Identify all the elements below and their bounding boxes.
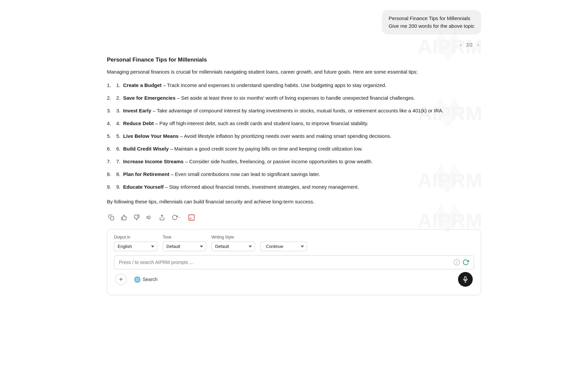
tip-body: – Pay off high-interest debt, such as cr… xyxy=(155,120,368,126)
tip-body: – Consider side hustles, freelancing, or… xyxy=(185,159,373,164)
tip-text: Build Credit Wisely – Maintain a good cr… xyxy=(123,145,363,153)
control-panel: Output in English Tone Default Writing S… xyxy=(107,229,481,295)
tip-number: 8. xyxy=(116,170,121,178)
writing-style-select[interactable]: Default xyxy=(211,242,255,251)
tips-list: 1. Create a Budget – Track income and ex… xyxy=(107,81,481,191)
speaker-button[interactable] xyxy=(145,213,154,222)
user-message-line2: Give me 200 words for the above topic xyxy=(389,23,474,29)
continue-group: Continue xyxy=(260,235,307,251)
tip-item-2: 2. Save for Emergencies – Set aside at l… xyxy=(107,94,481,102)
refresh-green-button[interactable] xyxy=(462,259,469,266)
tip-number: 9. xyxy=(116,183,121,191)
search-button[interactable]: 🌐 Search xyxy=(131,274,161,285)
search-row: i xyxy=(114,255,474,269)
tip-item-7: 7. Increase Income Streams – Consider si… xyxy=(107,158,481,166)
tip-title: Educate Yourself xyxy=(123,184,164,190)
tip-body: – Stay informed about financial trends, … xyxy=(165,184,359,190)
article-conclusion: By following these tips, millennials can… xyxy=(107,198,481,206)
tip-text: Create a Budget – Track income and expen… xyxy=(123,81,387,89)
tone-select[interactable]: Default xyxy=(163,242,206,251)
tip-body: – Maintain a good credit score by paying… xyxy=(170,146,362,152)
tip-text: Increase Income Streams – Consider side … xyxy=(123,158,373,166)
tip-item-9: 9. Educate Yourself – Stay informed abou… xyxy=(107,183,481,191)
tip-body: – Take advantage of compound interest by… xyxy=(153,108,444,113)
share-button[interactable] xyxy=(158,213,166,222)
refresh-button[interactable] xyxy=(170,213,182,222)
tip-number: 4. xyxy=(116,119,121,127)
globe-icon: 🌐 xyxy=(134,276,141,283)
tip-text: Live Below Your Means – Avoid lifestyle … xyxy=(123,132,392,140)
tip-item-6: 6. Build Credit Wisely – Maintain a good… xyxy=(107,145,481,153)
svg-marker-5 xyxy=(147,216,149,219)
tip-body: – Track income and expenses to understan… xyxy=(163,82,387,88)
pagination-current: 2/2 xyxy=(466,42,472,48)
bottom-bar: + 🌐 Search xyxy=(114,269,474,289)
svg-rect-9 xyxy=(465,277,466,280)
tip-item-4: 4. Reduce Debt – Pay off high-interest d… xyxy=(107,119,481,127)
tip-title: Plan for Retirement xyxy=(123,171,169,177)
pagination-next-btn[interactable]: › xyxy=(475,41,481,49)
user-message-line1: Personal Finance Tips for Millennials xyxy=(389,15,470,21)
tip-text: Plan for Retirement – Even small contrib… xyxy=(123,170,320,178)
output-select[interactable]: English xyxy=(114,242,157,251)
output-label: Output in xyxy=(114,235,157,240)
tip-title: Live Below Your Means xyxy=(123,133,179,139)
tip-text: Invest Early – Take advantage of compoun… xyxy=(123,107,444,115)
tip-text: Educate Yourself – Stay informed about f… xyxy=(123,183,359,191)
user-message-bubble: Personal Finance Tips for Millennials Gi… xyxy=(382,10,481,34)
tone-group: Tone Default xyxy=(163,235,206,251)
tip-number: 1. xyxy=(116,81,121,89)
copy-button[interactable] xyxy=(107,213,116,222)
thumbdown-button[interactable] xyxy=(132,213,141,222)
search-right-icons: i xyxy=(454,259,469,266)
aiprm-button[interactable]: A xyxy=(186,212,196,222)
pagination-prev-btn[interactable]: ‹ xyxy=(458,41,463,49)
tip-text: Reduce Debt – Pay off high-interest debt… xyxy=(123,119,369,127)
action-icons-row: A xyxy=(107,212,481,222)
tip-item-1: 1. Create a Budget – Track income and ex… xyxy=(107,81,481,89)
article-title: Personal Finance Tips for Millennials xyxy=(107,57,481,63)
output-group: Output in English xyxy=(114,235,157,251)
search-input[interactable] xyxy=(119,260,451,265)
user-message-container: Personal Finance Tips for Millennials Gi… xyxy=(107,7,481,34)
tone-label: Tone xyxy=(163,235,206,240)
tip-item-3: 3. Invest Early – Take advantage of comp… xyxy=(107,107,481,115)
svg-text:A: A xyxy=(190,217,192,220)
info-icon[interactable]: i xyxy=(454,259,460,265)
tip-title: Invest Early xyxy=(123,108,151,113)
tip-title: Create a Budget xyxy=(123,82,162,88)
thumbup-button[interactable] xyxy=(120,213,128,222)
tip-title: Save for Emergencies xyxy=(123,95,176,101)
control-row: Output in English Tone Default Writing S… xyxy=(114,235,474,251)
tip-body: – Set aside at least three to six months… xyxy=(177,95,415,101)
tip-number: 5. xyxy=(116,132,121,140)
tip-body: – Even small contributions now can lead … xyxy=(171,171,320,177)
tip-item-8: 8. Plan for Retirement – Even small cont… xyxy=(107,170,481,178)
tip-body: – Avoid lifestyle inflation by prioritiz… xyxy=(180,133,392,139)
article-intro: Managing personal finances is crucial fo… xyxy=(107,68,481,76)
article-content: Personal Finance Tips for Millennials Ma… xyxy=(107,57,481,206)
add-button[interactable]: + xyxy=(115,274,127,285)
writing-style-label: Writing Style xyxy=(211,235,255,240)
continue-select[interactable]: Continue xyxy=(260,242,307,251)
tip-number: 2. xyxy=(116,94,121,102)
svg-rect-4 xyxy=(111,217,114,220)
tip-text: Save for Emergencies – Set aside at leas… xyxy=(123,94,415,102)
tip-item-5: 5. Live Below Your Means – Avoid lifesty… xyxy=(107,132,481,140)
mic-button[interactable] xyxy=(458,272,473,287)
tip-number: 3. xyxy=(116,107,121,115)
tip-title: Build Credit Wisely xyxy=(123,146,169,152)
tip-title: Increase Income Streams xyxy=(123,159,184,164)
tip-number: 7. xyxy=(116,158,121,166)
tip-number: 6. xyxy=(116,145,121,153)
pagination: ‹ 2/2 › xyxy=(107,41,481,49)
tip-title: Reduce Debt xyxy=(123,120,154,126)
writing-style-group: Writing Style Default xyxy=(211,235,255,251)
